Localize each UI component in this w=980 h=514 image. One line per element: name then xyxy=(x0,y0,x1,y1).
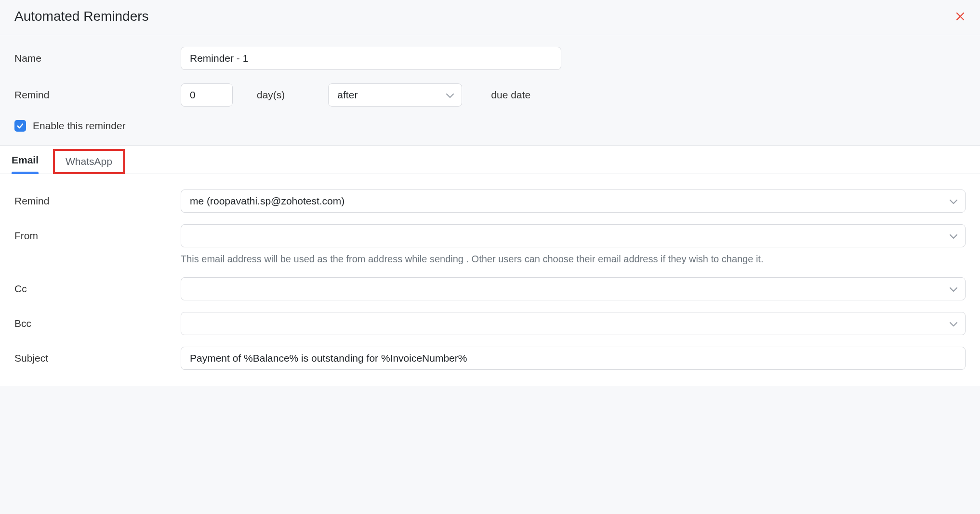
from-label: From xyxy=(14,224,181,242)
row-remind-to: Remind me (roopavathi.sp@zohotest.com) xyxy=(14,189,966,213)
bcc-select[interactable] xyxy=(181,312,966,335)
cc-select[interactable] xyxy=(181,277,966,300)
reminder-settings-section: Name Remind day(s) after due date Enable… xyxy=(0,35,980,146)
remind-to-value: me (roopavathi.sp@zohotest.com) xyxy=(190,195,344,207)
row-subject: Subject xyxy=(14,347,966,370)
due-date-label: due date xyxy=(491,89,530,101)
enable-label: Enable this reminder xyxy=(33,120,126,132)
row-name: Name xyxy=(14,47,966,70)
name-input[interactable] xyxy=(181,47,561,70)
timing-select[interactable]: after xyxy=(328,83,462,107)
subject-input[interactable] xyxy=(181,347,966,370)
days-input[interactable] xyxy=(181,83,233,107)
enable-checkbox[interactable] xyxy=(14,120,26,132)
bcc-label: Bcc xyxy=(14,312,181,329)
row-from: From This email address will be used as … xyxy=(14,224,966,266)
row-remind-timing: Remind day(s) after due date xyxy=(14,83,966,107)
channel-tabs: Email WhatsApp xyxy=(0,146,980,174)
close-icon xyxy=(956,12,965,21)
row-bcc: Bcc xyxy=(14,312,966,335)
row-cc: Cc xyxy=(14,277,966,300)
remind-to-select[interactable]: me (roopavathi.sp@zohotest.com) xyxy=(181,189,966,213)
remind-timing-group: day(s) after due date xyxy=(181,83,530,107)
email-settings-section: Remind me (roopavathi.sp@zohotest.com) F… xyxy=(0,174,980,386)
tab-whatsapp[interactable]: WhatsApp xyxy=(53,149,125,174)
name-label: Name xyxy=(14,53,181,64)
modal-header: Automated Reminders xyxy=(0,0,980,35)
subject-label: Subject xyxy=(14,347,181,364)
check-icon xyxy=(16,122,24,130)
days-unit-label: day(s) xyxy=(257,89,285,101)
tab-email[interactable]: Email xyxy=(12,146,39,174)
from-helper-text: This email address will be used as the f… xyxy=(181,252,966,266)
close-button[interactable] xyxy=(955,11,966,22)
cc-label: Cc xyxy=(14,277,181,295)
timing-select-value: after xyxy=(337,89,358,101)
remind-to-label: Remind xyxy=(14,189,181,207)
from-select[interactable] xyxy=(181,224,966,247)
row-enable: Enable this reminder xyxy=(14,120,966,132)
modal-title: Automated Reminders xyxy=(14,9,149,24)
timing-select-wrap: after xyxy=(328,83,462,107)
remind-label: Remind xyxy=(14,89,181,101)
